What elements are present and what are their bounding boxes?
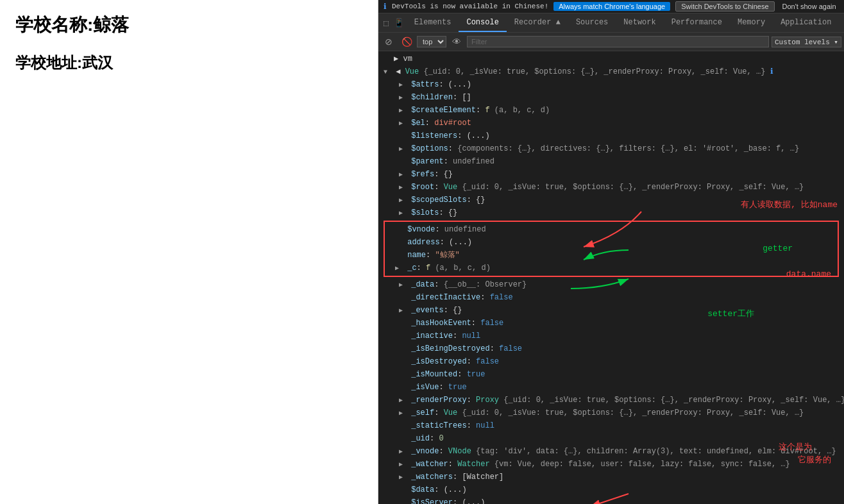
- tab-memory[interactable]: Memory: [730, 14, 773, 32]
- tab-recorder[interactable]: Recorder ▲: [507, 14, 568, 32]
- lang-info-text: DevTools is now available in Chinese!: [392, 3, 548, 10]
- left-panel: 学校名称:鲸落 学校地址:武汉: [0, 0, 378, 504]
- expand-icon[interactable]: [399, 106, 407, 115]
- context-selector[interactable]: top: [417, 36, 446, 47]
- watchers-item[interactable]: _watchers: [Watcher]: [378, 471, 844, 483]
- attrs-item[interactable]: $attrs: (...): [378, 78, 844, 91]
- el-item[interactable]: $el: div#root: [378, 117, 844, 130]
- tab-performance[interactable]: Performance: [664, 14, 730, 32]
- direct-inactive-item: _directInactive: false: [378, 291, 844, 304]
- vnode2-item[interactable]: _vnode: VNode {tag: 'div', data: {…}, ch…: [378, 445, 844, 458]
- self-item[interactable]: _self: Vue {_uid: 0, _isVue: true, $opti…: [378, 407, 844, 419]
- expand-icon[interactable]: [399, 183, 407, 192]
- expand-icon[interactable]: [399, 473, 407, 482]
- expand-icon[interactable]: [399, 396, 407, 405]
- filter-input[interactable]: [467, 36, 769, 47]
- tab-console[interactable]: Console: [459, 14, 506, 32]
- devtools-body: ▶ vm ◀ Vue {_uid: 0, _isVue: true, $opti…: [378, 51, 844, 504]
- inspect-element-btn[interactable]: ⬚: [381, 15, 391, 31]
- tab-sources[interactable]: Sources: [568, 14, 616, 32]
- is-mounted-item: _isMounted: true: [378, 368, 844, 381]
- is-vue-item: _isVue: true: [378, 381, 844, 394]
- inactive-item: _inactive: null: [378, 330, 844, 342]
- tab-network[interactable]: Network: [616, 14, 663, 32]
- expand-icon[interactable]: [399, 306, 407, 315]
- children-item[interactable]: $children: []: [378, 91, 844, 104]
- expand-icon[interactable]: [399, 280, 407, 290]
- expand-icon[interactable]: [395, 264, 403, 273]
- expand-icon[interactable]: [399, 460, 407, 469]
- create-element-item[interactable]: $createElement: f (a, b, c, d): [378, 104, 844, 117]
- expand-icon[interactable]: [399, 144, 407, 154]
- scoped-slots-item[interactable]: $scopedSlots: {}: [378, 194, 844, 206]
- c-item[interactable]: _c: f (a, b, c, d): [385, 262, 838, 274]
- parent-item: $parent: undefined: [378, 155, 844, 168]
- slots-item[interactable]: $slots: {}: [378, 206, 844, 219]
- tab-application[interactable]: Application: [773, 14, 839, 32]
- data2-item: $data: (...): [378, 483, 844, 496]
- expand-icon[interactable]: [399, 196, 407, 205]
- switch-devtools-button[interactable]: Switch DevTools to Chinese: [675, 1, 774, 12]
- vm-label: ▶ vm: [378, 53, 844, 65]
- expand-icon[interactable]: [384, 67, 391, 77]
- tab-elements[interactable]: Elements: [407, 14, 459, 32]
- root-item[interactable]: $root: Vue {_uid: 0, _isVue: true, $opti…: [378, 181, 844, 194]
- has-hook-event-item: _hasHookEvent: false: [378, 317, 844, 330]
- watcher-item[interactable]: _watcher: Watcher {vm: Vue, deep: false,…: [378, 458, 844, 471]
- name-item: name: "鲸落": [385, 249, 838, 262]
- highlight-box-top: $vnode: undefined address: (...) name: "…: [384, 221, 839, 277]
- console-output: ▶ vm ◀ Vue {_uid: 0, _isVue: true, $opti…: [378, 51, 844, 504]
- render-proxy-item[interactable]: _renderProxy: Proxy {_uid: 0, _isVue: tr…: [378, 394, 844, 407]
- more-tabs-btn[interactable]: »: [839, 16, 844, 30]
- is-being-destroyed-item: _isBeingDestroyed: false: [378, 342, 844, 355]
- filter-btn[interactable]: 🚫: [399, 34, 414, 49]
- is-destroyed-item: _isDestroyed: false: [378, 355, 844, 368]
- vnode-item: $vnode: undefined: [385, 223, 838, 236]
- clear-console-btn[interactable]: ⊘: [381, 34, 396, 49]
- expand-icon[interactable]: [399, 208, 407, 218]
- expand-icon[interactable]: [399, 80, 407, 90]
- uid-item: _uid: 0: [378, 432, 844, 445]
- page-subtitle: 学校地址:武汉: [15, 53, 362, 73]
- expand-icon[interactable]: [399, 447, 407, 457]
- refs-item[interactable]: $refs: {}: [378, 168, 844, 181]
- listeners-item[interactable]: $listeners: (...): [378, 130, 844, 142]
- events-item[interactable]: _events: {}: [378, 304, 844, 317]
- match-language-button[interactable]: Always match Chrome's language: [553, 2, 670, 11]
- console-toolbar: ⊘ 🚫 top 👁 Custom levels ▾: [378, 33, 844, 51]
- vue-root[interactable]: ◀ Vue {_uid: 0, _isVue: true, $options: …: [378, 65, 844, 78]
- is-server-item: $isServer: (...): [378, 496, 844, 504]
- custom-levels-btn[interactable]: Custom levels ▾: [772, 37, 841, 47]
- lang-bar: ℹ DevTools is now available in Chinese! …: [378, 0, 844, 13]
- eye-icon[interactable]: 👁: [449, 34, 464, 49]
- options-item[interactable]: $options: {components: {…}, directives: …: [378, 142, 844, 155]
- expand-icon[interactable]: [399, 170, 407, 180]
- devtools-panel: ℹ DevTools is now available in Chinese! …: [378, 0, 844, 504]
- expand-icon[interactable]: [399, 119, 407, 128]
- expand-icon[interactable]: [399, 408, 407, 418]
- dismiss-button[interactable]: Don't show again: [780, 2, 839, 11]
- data-item[interactable]: _data: {__ob__: Observer}: [378, 278, 844, 291]
- devtools-tabs: ⬚ 📱 Elements Console Recorder ▲ Sources …: [378, 13, 844, 33]
- static-trees-item: _staticTrees: null: [378, 419, 844, 432]
- device-toolbar-btn[interactable]: 📱: [391, 15, 407, 31]
- expand-icon[interactable]: [399, 93, 407, 103]
- info-icon: ℹ: [384, 2, 387, 12]
- address-item: address: (...): [385, 236, 838, 249]
- page-title: 学校名称:鲸落: [15, 13, 362, 37]
